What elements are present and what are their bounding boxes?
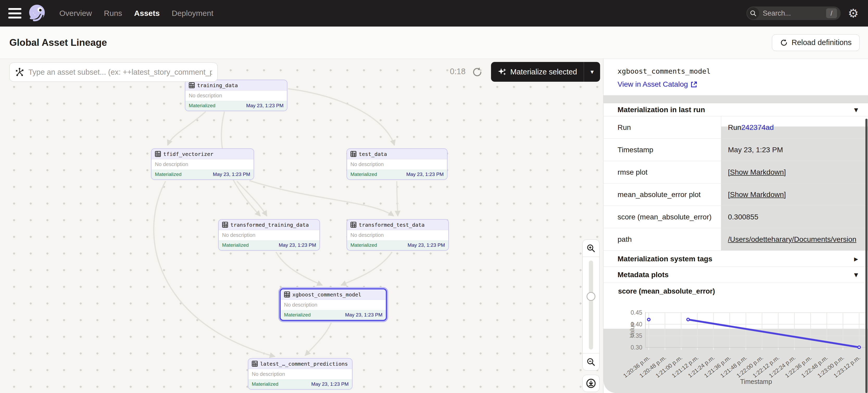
zoom-in-button[interactable] — [583, 240, 599, 257]
row-value: 0.300855 — [721, 206, 868, 228]
row-value: [Show Markdown] — [721, 161, 868, 183]
asset-node-transformed-test-data[interactable]: transformed_test_data No description Mat… — [346, 219, 449, 251]
asset-date[interactable]: May 23, 1:23 PM — [345, 312, 382, 318]
settings-gear-icon[interactable]: ⚙ — [848, 7, 859, 19]
materialize-options-caret[interactable]: ▾ — [584, 62, 600, 82]
nav-item-overview[interactable]: Overview — [59, 9, 92, 18]
nav-links: Overview Runs Assets Deployment — [59, 9, 214, 18]
table-icon — [350, 151, 356, 157]
show-markdown-link[interactable]: [Show Markdown] — [728, 191, 786, 199]
asset-status: Materialized — [350, 242, 377, 248]
asset-name: transformed_training_data — [230, 222, 309, 228]
top-nav: Overview Runs Assets Deployment Search..… — [0, 0, 868, 27]
chevron-down-icon[interactable]: ▼ — [854, 107, 858, 113]
nav-item-runs[interactable]: Runs — [104, 9, 122, 18]
section-materialization-system-tags[interactable]: Materialization system tags ▶ — [603, 251, 868, 267]
recenter-download-button[interactable] — [582, 375, 599, 392]
zoom-controls — [582, 239, 599, 371]
zoom-slider[interactable] — [583, 257, 599, 353]
chart-title: score (mean_absolute_error) — [618, 287, 715, 295]
table-icon — [189, 82, 195, 88]
asset-description: No description — [185, 91, 287, 101]
asset-node-tfidf-vectorizer[interactable]: tfidf_vectorizer No description Material… — [151, 149, 254, 180]
asset-date[interactable]: May 23, 1:23 PM — [311, 381, 349, 387]
asset-graph-canvas[interactable]: training_data No description Materialize… — [0, 59, 603, 393]
asset-status: Materialized — [155, 171, 182, 177]
svg-text:Value: Value — [628, 322, 636, 338]
asset-name: xgboost_comments_model — [292, 292, 361, 298]
refresh-timer: 0:18 — [450, 67, 465, 76]
svg-text:0.30: 0.30 — [630, 344, 642, 351]
sparkle-icon — [498, 67, 507, 76]
row-value: Run 242374ad — [721, 116, 868, 138]
materialize-selected-label: Materialize selected — [510, 68, 577, 76]
row-label: rmse plot — [603, 161, 721, 183]
section-materialization-last-run[interactable]: Materialization in last run ▼ — [603, 103, 868, 116]
score-line-chart: 0.450.400.350.301:20:36 p.m.1:20:48 p.m.… — [603, 296, 868, 393]
chevron-right-icon[interactable]: ▶ — [854, 256, 858, 262]
show-markdown-link[interactable]: [Show Markdown] — [728, 168, 786, 176]
selected-asset-title: xgboost_comments_model — [618, 67, 711, 75]
materialize-selected-split-button: Materialize selected ▾ — [491, 62, 600, 82]
row-label: Timestamp — [603, 139, 721, 161]
asset-date[interactable]: May 23, 1:23 PM — [279, 242, 316, 248]
section-metadata-plots[interactable]: Metadata plots ▼ — [603, 267, 868, 283]
table-row: Timestamp May 23, 1:23 PM — [603, 139, 868, 161]
asset-description: No description — [347, 159, 447, 169]
dagster-app: Overview Runs Assets Deployment Search..… — [0, 0, 868, 393]
dagster-logo-icon[interactable] — [27, 3, 48, 24]
row-label: Run — [603, 116, 721, 138]
asset-name: tfidf_vectorizer — [163, 151, 214, 157]
row-value: [Show Markdown] — [721, 184, 868, 206]
svg-text:Timestamp: Timestamp — [740, 378, 772, 385]
asset-node-test-data[interactable]: test_data No description MaterializedMay… — [346, 149, 447, 180]
table-icon — [155, 151, 161, 157]
asset-description: No description — [281, 300, 386, 310]
search-placeholder: Search... — [763, 9, 791, 18]
asset-status: Materialized — [222, 242, 249, 248]
nav-item-deployment[interactable]: Deployment — [172, 9, 213, 18]
asset-name: training_data — [197, 82, 238, 89]
download-icon — [586, 378, 596, 389]
row-label: path — [603, 228, 721, 250]
zoom-slider-handle[interactable] — [587, 292, 595, 301]
asset-node-latest-comment-predictions[interactable]: latest_…_comment_predictions No descript… — [248, 358, 352, 390]
asset-description: No description — [347, 230, 448, 240]
asset-node-transformed-training-data[interactable]: transformed_training_data No description… — [218, 219, 320, 251]
page-title: Global Asset Lineage — [9, 37, 107, 48]
row-label: mean_absolute_error plot — [603, 184, 721, 206]
asset-date[interactable]: May 23, 1:23 PM — [406, 171, 444, 177]
refresh-icon — [780, 39, 788, 46]
reload-definitions-button[interactable]: Reload definitions — [772, 34, 860, 51]
panel-scrollbar-thumb[interactable] — [865, 119, 867, 393]
row-value: /Users/odetteharary/Documents/version — [721, 228, 868, 250]
reload-definitions-label: Reload definitions — [792, 38, 851, 47]
asset-node-training-data[interactable]: training_data No description Materialize… — [185, 79, 287, 111]
asset-name: transformed_test_data — [359, 222, 425, 228]
asset-date[interactable]: May 23, 1:23 PM — [213, 171, 250, 177]
chevron-down-icon[interactable]: ▼ — [854, 272, 858, 278]
table-row: Run Run 242374ad — [603, 116, 868, 139]
global-search[interactable]: Search... / — [746, 6, 841, 20]
refresh-graph-icon[interactable] — [472, 67, 483, 77]
asset-date[interactable]: May 23, 1:23 PM — [246, 103, 283, 108]
materialize-selected-button[interactable]: Materialize selected — [491, 62, 584, 82]
table-row: score (mean_absolute_error) 0.300855 — [603, 206, 868, 228]
asset-description: No description — [248, 369, 352, 379]
nav-item-assets[interactable]: Assets — [134, 9, 160, 18]
menu-icon[interactable] — [8, 8, 21, 19]
zoom-slider-track[interactable] — [589, 261, 593, 350]
view-in-asset-catalog-link[interactable]: View in Asset Catalog — [618, 80, 698, 89]
run-id-link[interactable]: 242374ad — [741, 123, 774, 132]
table-row: path /Users/odetteharary/Documents/versi… — [603, 228, 868, 251]
search-icon — [747, 7, 759, 19]
asset-subset-input[interactable] — [28, 68, 212, 76]
asset-details-panel: xgboost_comments_model View in Asset Cat… — [603, 59, 868, 393]
zoom-out-button[interactable] — [583, 353, 599, 370]
table-icon — [252, 361, 258, 367]
asset-node-xgboost-comments-model[interactable]: xgboost_comments_model No description Ma… — [280, 288, 387, 321]
table-row: rmse plot [Show Markdown] — [603, 161, 868, 184]
asset-date[interactable]: May 23, 1:23 PM — [407, 242, 445, 248]
path-link[interactable]: /Users/odetteharary/Documents/version — [728, 235, 856, 243]
op-selector-icon — [15, 67, 24, 77]
